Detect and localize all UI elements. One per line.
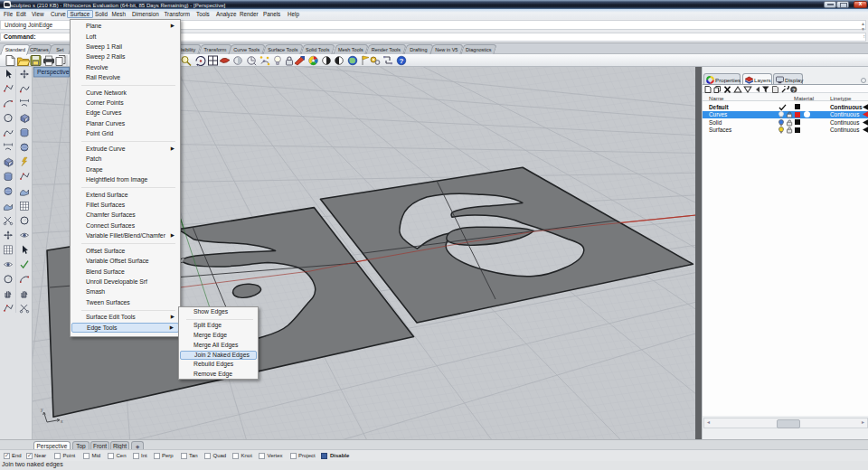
svg-text:Perspective: Perspective [37,69,70,76]
svg-text:?: ? [792,87,796,92]
svg-text:?: ? [400,57,404,65]
